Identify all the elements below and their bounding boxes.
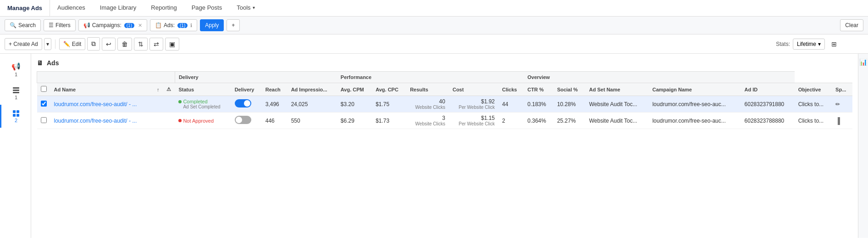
toolbar: 🔍 Search ☰ Filters 📢 Campaigns: (1) ✕ 📋 … bbox=[0, 17, 868, 34]
th-delivery[interactable]: Delivery bbox=[231, 83, 262, 96]
bar-chart-icon[interactable]: ▐ bbox=[835, 117, 840, 124]
th-ctr[interactable]: CTR % bbox=[524, 83, 553, 96]
row2-checkbox-cell[interactable] bbox=[37, 113, 50, 129]
monitor-icon: 🖥 bbox=[37, 59, 43, 67]
th-checkbox bbox=[37, 83, 50, 96]
stats-lifetime-button[interactable]: Lifetime ▾ bbox=[793, 39, 825, 50]
preview-icon: ▣ bbox=[169, 40, 175, 48]
tab-image-library[interactable]: Image Library bbox=[93, 0, 144, 16]
add-filter-button[interactable]: + bbox=[227, 19, 240, 31]
th-social[interactable]: Social % bbox=[553, 83, 586, 96]
row1-checkbox-cell[interactable] bbox=[37, 96, 50, 113]
row1-ad-name[interactable]: loudrumor.com/free-seo-audit/ - ... bbox=[54, 101, 137, 107]
section-header: 🖥 Ads bbox=[37, 59, 852, 67]
edit-button[interactable]: ✏️ Edit bbox=[59, 38, 86, 50]
row2-cpc-cell: $1.73 bbox=[372, 113, 406, 129]
row2-checkbox[interactable] bbox=[41, 117, 47, 123]
ads-badge: (1) bbox=[177, 23, 188, 28]
campaigns-filter-button[interactable]: 📢 Campaigns: (1) ✕ bbox=[78, 19, 147, 31]
row2-delivery-toggle[interactable] bbox=[235, 116, 251, 124]
tab-reporting[interactable]: Reporting bbox=[144, 0, 184, 16]
th-avg-cpc[interactable]: Avg. CPC bbox=[372, 83, 406, 96]
row1-delivery-toggle[interactable] bbox=[235, 99, 251, 107]
row2-ad-name-cell: loudrumor.com/free-seo-audit/ - ... bbox=[50, 113, 153, 129]
row1-social-cell: 10.28% bbox=[553, 96, 586, 113]
delete-button[interactable]: 🗑 bbox=[117, 38, 132, 51]
svg-rect-5 bbox=[13, 114, 16, 117]
sidebar-item-campaigns[interactable]: 📢 1 bbox=[0, 57, 31, 82]
table-row: loudrumor.com/free-seo-audit/ - ... Not … bbox=[37, 113, 853, 129]
apply-button[interactable]: Apply bbox=[200, 19, 224, 31]
th-ad-name[interactable]: Ad Name bbox=[50, 83, 153, 96]
row2-delivery-cell[interactable] bbox=[231, 113, 262, 129]
row1-cost-cell: $1.92 Per Website Click bbox=[449, 96, 498, 113]
move-button[interactable]: ⇄ bbox=[149, 38, 163, 51]
nav-tabs: Audiences Image Library Reporting Page P… bbox=[50, 0, 262, 16]
row1-impressions-cell: 24,025 bbox=[287, 96, 337, 113]
info-icon: ℹ bbox=[190, 23, 192, 28]
column-headers-row: Ad Name ↑ ⚠ Status Delivery Reach Ad Imp… bbox=[37, 83, 853, 96]
svg-rect-2 bbox=[13, 92, 19, 93]
sort-icon: ⇅ bbox=[138, 40, 144, 48]
columns-button[interactable]: ⊞ bbox=[828, 38, 840, 50]
th-campaign-name[interactable]: Campaign Name bbox=[649, 83, 741, 96]
th-objective[interactable]: Objective bbox=[795, 83, 832, 96]
row1-alert-cell bbox=[163, 96, 175, 113]
row1-cpm-cell: $3.20 bbox=[337, 96, 372, 113]
chart-icon[interactable]: 📊 bbox=[859, 58, 867, 66]
th-results[interactable]: Results bbox=[406, 83, 449, 96]
row2-status: Not Approved bbox=[178, 118, 227, 124]
row1-ctr-cell: 0.183% bbox=[524, 96, 553, 113]
campaigns-badge: (1) bbox=[124, 23, 134, 28]
tab-page-posts[interactable]: Page Posts bbox=[184, 0, 230, 16]
close-icon[interactable]: ✕ bbox=[138, 23, 142, 28]
th-status[interactable]: Status bbox=[175, 83, 231, 96]
tab-audiences[interactable]: Audiences bbox=[50, 0, 93, 16]
row1-delivery-cell[interactable] bbox=[231, 96, 262, 113]
campaign-icon: 📢 bbox=[11, 62, 21, 71]
th-ad-impressions[interactable]: Ad Impressio... bbox=[287, 83, 337, 96]
th-alert[interactable]: ⚠ bbox=[163, 83, 175, 96]
th-ad-id[interactable]: Ad ID bbox=[741, 83, 795, 96]
preview-button[interactable]: ▣ bbox=[165, 38, 179, 51]
row1-clicks-cell: 44 bbox=[498, 96, 524, 113]
row2-cpm-cell: $6.29 bbox=[337, 113, 372, 129]
th-clicks[interactable]: Clicks bbox=[498, 83, 524, 96]
row1-ad-id-cell: 6028323791880 bbox=[741, 96, 795, 113]
sidebar-item-adsets[interactable]: 1 bbox=[0, 82, 31, 105]
create-ad-button[interactable]: + Create Ad bbox=[5, 38, 42, 50]
table-row: loudrumor.com/free-seo-audit/ - ... Comp… bbox=[37, 96, 853, 113]
create-ad-dropdown-button[interactable]: ▾ bbox=[44, 38, 51, 50]
row2-sort-cell bbox=[153, 113, 163, 129]
th-avg-cpm[interactable]: Avg. CPM bbox=[337, 83, 372, 96]
edit-row1-icon[interactable]: ✏ bbox=[835, 101, 840, 107]
top-nav: Manage Ads Audiences Image Library Repor… bbox=[0, 0, 868, 17]
row2-ad-name[interactable]: loudrumor.com/free-seo-audit/ - ... bbox=[54, 118, 137, 124]
row1-ad-name-cell: loudrumor.com/free-seo-audit/ - ... bbox=[50, 96, 153, 113]
th-sp[interactable]: Sp... bbox=[832, 83, 852, 96]
th-cost[interactable]: Cost bbox=[449, 83, 498, 96]
row1-checkbox[interactable] bbox=[41, 101, 47, 107]
filters-button[interactable]: ☰ Filters bbox=[44, 19, 76, 31]
duplicate-button[interactable]: ⧉ bbox=[87, 37, 100, 51]
select-all-checkbox[interactable] bbox=[41, 86, 47, 92]
chevron-down-icon: ▾ bbox=[253, 5, 255, 10]
row2-objective-cell: Clicks to... bbox=[795, 113, 832, 129]
overview-group-header: Overview bbox=[524, 72, 795, 83]
ads-filter-button[interactable]: 📋 Ads: (1) ℹ bbox=[150, 19, 197, 31]
row2-sp-cell: ▐ bbox=[832, 113, 852, 129]
th-sort-up[interactable]: ↑ bbox=[153, 83, 163, 96]
sidebar-item-ads[interactable]: 2 bbox=[0, 105, 31, 128]
th-reach[interactable]: Reach bbox=[262, 83, 287, 96]
duplicate-icon: ⧉ bbox=[91, 40, 96, 48]
content-area: 🖥 Ads Delivery Performance Overview bbox=[31, 54, 858, 238]
sort-button[interactable]: ⇅ bbox=[134, 38, 148, 51]
clear-button[interactable]: Clear bbox=[840, 19, 863, 31]
row2-ad-id-cell: 6028323788880 bbox=[741, 113, 795, 129]
th-ad-set-name[interactable]: Ad Set Name bbox=[586, 83, 649, 96]
tab-tools[interactable]: Tools ▾ bbox=[229, 0, 262, 16]
svg-rect-3 bbox=[13, 110, 16, 113]
search-button[interactable]: 🔍 Search bbox=[5, 19, 41, 31]
undo-button[interactable]: ↩ bbox=[102, 38, 116, 51]
row2-clicks-cell: 2 bbox=[498, 113, 524, 129]
